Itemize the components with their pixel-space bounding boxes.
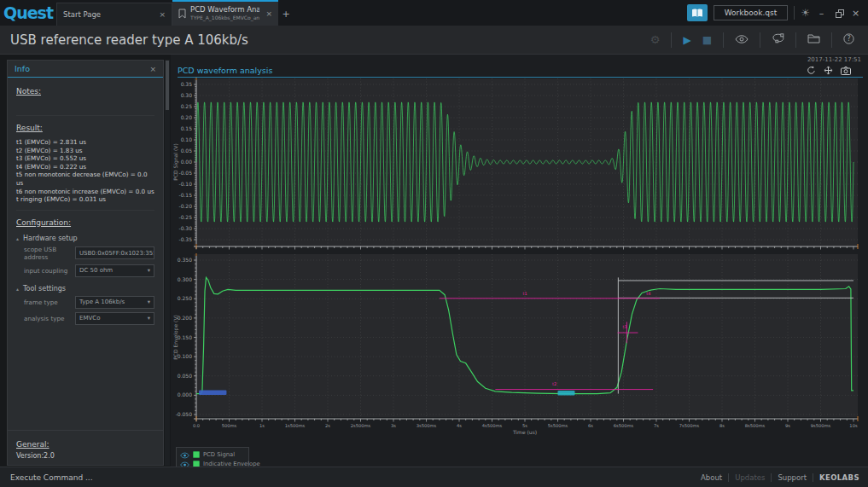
separator (771, 473, 772, 482)
marker-pill (558, 391, 575, 396)
scope-usb-address-input[interactable]: USB0:0x05FF:0x1023:3559N07056: (75, 246, 154, 259)
execute-command[interactable]: Execute Command ... (10, 473, 93, 482)
svg-text:3s: 3s (391, 423, 396, 428)
view-button[interactable] (735, 33, 749, 46)
svg-text:0.350: 0.350 (178, 257, 192, 263)
svg-text:8s: 8s (719, 423, 725, 428)
analysis-type-select[interactable]: EMVCo▾ (75, 312, 154, 325)
titlebar-controls: Workbook.qst ☀ – × (687, 0, 868, 26)
svg-text:500ms: 500ms (222, 423, 237, 428)
field-label: frame type (24, 299, 75, 306)
page-title: USB reference reader type A 106kb/s (10, 32, 650, 48)
frame-type-select[interactable]: Type A 106kb/s▾ (75, 296, 154, 309)
eye-icon (735, 33, 749, 46)
svg-text:1s500ms: 1s500ms (285, 423, 306, 428)
svg-text:0.150: 0.150 (178, 334, 192, 340)
lasso-icon (772, 33, 784, 46)
svg-text:9s: 9s (785, 423, 790, 428)
group-label: Tool settings (23, 285, 66, 293)
updates-link[interactable]: Updates (735, 473, 765, 482)
svg-text:4s: 4s (457, 423, 462, 428)
svg-text:0.100: 0.100 (178, 353, 192, 359)
svg-text:7s: 7s (654, 423, 659, 428)
collapse-icon: ▴ (16, 286, 19, 292)
brightness-icon[interactable]: ☀ (801, 7, 810, 19)
scrollbar-thumb[interactable] (166, 61, 169, 110)
svg-text:3s500ms: 3s500ms (417, 423, 437, 428)
svg-text:-0.30: -0.30 (178, 225, 192, 231)
pcd-envelope-plot: 0.3500.3000.2500.2000.1500.1000.0500.000… (172, 253, 858, 435)
keolabs-link[interactable]: KEOLABS (819, 473, 859, 482)
notes-box[interactable] (16, 99, 154, 116)
minimize-button[interactable]: – (816, 8, 827, 19)
group-tool-settings[interactable]: ▴ Tool settings (16, 285, 154, 293)
new-tab-button[interactable]: + (278, 3, 294, 26)
field-analysis-type: analysis type EMVCo▾ (24, 312, 154, 325)
marker-label: t2 (552, 381, 556, 386)
workbook-name[interactable]: Workbook.qst (714, 5, 789, 20)
pcd-signal-ylabel: PCD Signal (V) (172, 143, 179, 180)
chart-panel: 2017-11-22 17:51 PCD waveform analysis 0… (171, 55, 868, 467)
close-tab-icon[interactable]: × (265, 9, 272, 18)
about-link[interactable]: About (701, 473, 722, 482)
waveform-plots[interactable]: 0.350.300.250.200.150.100.050.00-0.05-0.… (171, 75, 868, 445)
svg-text:5s: 5s (522, 423, 527, 428)
tab-start-page[interactable]: Start Page × (56, 3, 172, 26)
chevron-down-icon: ▾ (145, 267, 150, 274)
settings-button[interactable]: ⚙ (650, 33, 661, 46)
svg-text:2s: 2s (325, 423, 330, 428)
support-link[interactable]: Support (778, 473, 807, 482)
svg-text:5s500ms: 5s500ms (548, 423, 568, 428)
restore-button[interactable] (833, 8, 844, 19)
titlebar: Quest Start Page × PCD Waveform Analyzer… (0, 0, 868, 26)
help-button[interactable]: ? (843, 33, 854, 47)
tab-sublabel: TYPE_A_106kbs_EMVCo_analysis... (190, 14, 259, 22)
close-button[interactable]: × (850, 8, 861, 19)
field-input-coupling: input coupling DC 50 ohm▾ (24, 264, 154, 277)
stop-button[interactable]: ■ (702, 34, 712, 46)
chart-panel-title: PCD waveform analysis (178, 66, 272, 75)
version-text: Version:2.0 (16, 452, 154, 460)
svg-text:9s500ms: 9s500ms (811, 423, 831, 428)
marker-label: t1 (522, 291, 527, 296)
bookmark-icon (178, 6, 186, 22)
statusbar-links: About Updates Support KEOLABS (701, 473, 868, 482)
separator (728, 473, 729, 482)
result-line: t1 (EMVCo) = 2.831 us (16, 138, 154, 147)
input-coupling-select[interactable]: DC 50 ohm▾ (75, 264, 154, 277)
separator (671, 32, 672, 48)
svg-text:-0.15: -0.15 (178, 192, 192, 198)
notes-heading: Notes: (16, 87, 154, 96)
svg-text:0.250: 0.250 (178, 295, 192, 301)
svg-text:0.050: 0.050 (178, 373, 192, 379)
tab-pcd-waveform-analyzer[interactable]: PCD Waveform Analyzer TYPE_A_106kbs_EMVC… (172, 0, 278, 26)
result-line: t2 (EMVCo) = 1.83 us (16, 147, 154, 155)
info-panel: Info × Notes: Result: t1 (EMVCo) = 2.831… (7, 60, 164, 466)
sidebar-scrollbar[interactable] (165, 60, 170, 466)
separator (831, 32, 832, 48)
workbook-icon[interactable] (687, 4, 708, 21)
legend-item-pcd-signal[interactable]: PCD Signal (180, 449, 245, 459)
tab-label: Start Page (63, 10, 101, 19)
lasso-button[interactable] (772, 33, 784, 46)
result-line: t6 non monotonic increase (EMVCo) = 0.0 … (16, 188, 154, 196)
close-tab-icon[interactable]: × (159, 10, 166, 19)
field-value: USB0:0x05FF:0x1023:3559N07056: (79, 250, 154, 257)
svg-text:0.10: 0.10 (181, 136, 193, 142)
main-area: Info × Notes: Result: t1 (EMVCo) = 2.831… (0, 55, 868, 467)
toolbar: ⚙ ▶ ■ ? (650, 32, 868, 48)
separator (813, 473, 813, 482)
close-panel-icon[interactable]: × (149, 65, 156, 73)
field-label: input coupling (24, 267, 75, 275)
result-line: t ringing (EMVCo) = 0.031 us (16, 195, 154, 204)
separator (723, 32, 724, 48)
svg-text:1s: 1s (259, 423, 265, 428)
chevron-down-icon: ▾ (145, 299, 150, 305)
svg-text:0.15: 0.15 (181, 125, 193, 131)
open-folder-button[interactable] (807, 33, 820, 46)
group-hardware-setup[interactable]: ▴ Hardware setup (16, 235, 154, 242)
run-button[interactable]: ▶ (683, 34, 690, 46)
svg-text:6s: 6s (588, 423, 593, 428)
svg-text:-0.20: -0.20 (178, 203, 192, 209)
svg-text:0.200: 0.200 (178, 315, 192, 321)
